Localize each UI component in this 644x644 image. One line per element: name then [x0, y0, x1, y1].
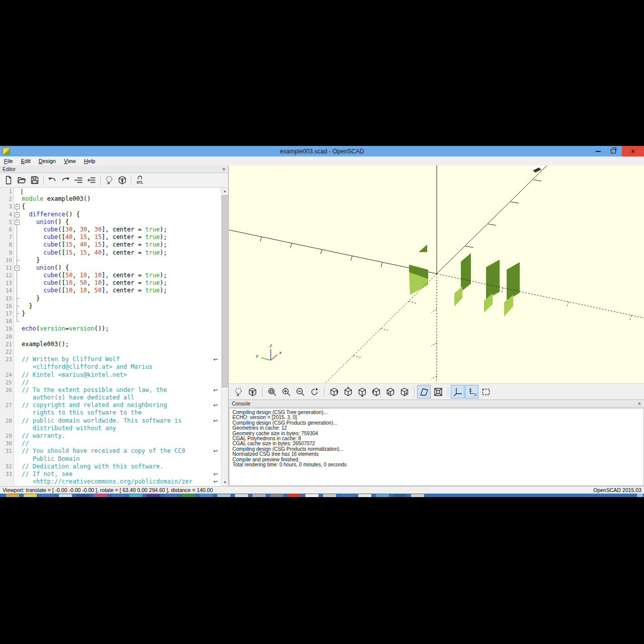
windows-taskbar[interactable] [0, 494, 644, 497]
3d-viewport[interactable]: zxy [229, 166, 644, 383]
taskbar-icon[interactable] [6, 494, 19, 497]
taskbar-icon[interactable] [129, 494, 142, 497]
fold-marker[interactable]: − [14, 203, 20, 210]
taskbar-icon[interactable] [165, 494, 178, 497]
code-line[interactable]: 1 [0, 188, 221, 195]
code-line[interactable]: 30// [0, 440, 221, 447]
menu-edit[interactable]: Edit [17, 156, 35, 166]
editor-close-icon[interactable]: × [222, 167, 225, 172]
taskbar-icon[interactable] [288, 494, 301, 497]
open-button[interactable] [15, 174, 28, 187]
code-line[interactable]: 33// If not, see↩ [0, 470, 221, 478]
code-line[interactable]: 10 } [0, 257, 221, 264]
render-button[interactable] [246, 385, 259, 398]
code-line[interactable]: 13 cube([10, 50, 10], center = true); [0, 279, 221, 287]
preview-button[interactable]: » [103, 174, 116, 187]
code-line[interactable]: 11− union() { [0, 264, 221, 272]
scale-button[interactable]: 10 [465, 385, 478, 398]
view-bottom-button[interactable] [355, 385, 369, 398]
code-line[interactable]: 26// To the extent possible under law, t… [0, 386, 221, 394]
scroll-up-icon[interactable]: ▲ [221, 188, 228, 195]
taskbar-icon[interactable] [323, 494, 336, 497]
code-line[interactable]: 14 cube([10, 10, 50], center = true); [0, 287, 221, 294]
stl-button[interactable]: STL [133, 174, 146, 187]
taskbar-icon[interactable] [112, 494, 125, 497]
taskbar-icon[interactable] [41, 494, 54, 497]
taskbar-icon[interactable] [24, 494, 37, 497]
code-line[interactable]: 23// Written by Clifford Wolf↩ [0, 356, 221, 363]
taskbar-icon[interactable] [376, 494, 389, 497]
code-line[interactable]: 22 [0, 348, 221, 356]
edges-button[interactable] [479, 385, 493, 398]
title-bar[interactable]: example003.scad - OpenSCAD × [0, 146, 644, 156]
reset-button[interactable] [307, 385, 321, 398]
taskbar-icon[interactable] [200, 494, 213, 497]
editor-scrollbar[interactable]: ▲ ▼ [221, 188, 228, 486]
taskbar-icon[interactable] [253, 494, 266, 497]
redo-button[interactable] [59, 174, 72, 187]
view-right-button[interactable] [327, 385, 341, 398]
taskbar-icon[interactable] [147, 494, 160, 497]
taskbar-icon[interactable] [182, 494, 195, 497]
code-editor[interactable]: 12module example003()3−{4− difference() … [0, 188, 221, 486]
view-back-button[interactable] [397, 385, 411, 398]
code-line[interactable]: author(s) have dedicated all [0, 394, 221, 401]
taskbar-icon[interactable] [393, 494, 407, 497]
menu-file[interactable]: File [0, 156, 17, 166]
taskbar-icon[interactable] [59, 494, 72, 497]
code-line[interactable]: 15 } [0, 295, 221, 302]
taskbar-icon[interactable] [270, 494, 283, 497]
restore-button[interactable] [606, 146, 621, 156]
code-line[interactable]: Public Domain [0, 455, 221, 463]
view-top-button[interactable] [341, 385, 355, 398]
code-line[interactable]: 4− difference() { [0, 211, 221, 218]
unindent-button[interactable] [72, 174, 85, 187]
undo-button[interactable] [46, 174, 59, 187]
taskbar-icon[interactable] [411, 494, 424, 497]
code-line[interactable]: <http://creativecommons.org/publicdomain… [0, 478, 221, 486]
fold-marker[interactable]: − [14, 211, 20, 218]
code-line[interactable]: 3−{ [0, 203, 221, 210]
render-button[interactable] [116, 174, 129, 187]
code-line[interactable]: 24// Kintel <marius@kintel.net> [0, 371, 221, 379]
code-line[interactable]: rights to this software to the [0, 409, 221, 417]
menu-help[interactable]: Help [80, 156, 100, 166]
fold-marker[interactable]: − [14, 218, 20, 226]
menu-view[interactable]: View [60, 156, 80, 166]
code-line[interactable]: <clifford@clifford.at> and Marius [0, 363, 221, 371]
code-line[interactable]: 16 } [0, 302, 221, 310]
code-line[interactable]: 31// You should have received a copy of … [0, 447, 221, 455]
zoomall-button[interactable] [265, 385, 279, 398]
view-left-button[interactable] [369, 385, 383, 398]
code-line[interactable]: 12 cube([50, 10, 10], center = true); [0, 272, 221, 279]
code-line[interactable]: 2module example003() [0, 195, 221, 203]
code-line[interactable]: 20 [0, 333, 221, 341]
taskbar-icon[interactable] [94, 494, 107, 497]
code-line[interactable]: 19echo(version=version()); [0, 325, 221, 333]
code-line[interactable]: 5− union() { [0, 218, 221, 226]
fold-marker[interactable]: − [14, 264, 20, 272]
console-dock-header[interactable]: Console × [229, 399, 644, 408]
zoomout-button[interactable] [293, 385, 307, 398]
taskbar-icon[interactable] [217, 494, 230, 497]
new-button[interactable] [2, 174, 15, 187]
code-line[interactable]: 29// warranty. [0, 432, 221, 440]
editor-dock-header[interactable]: Editor × [0, 166, 228, 173]
taskbar-icon[interactable] [76, 494, 90, 497]
minimize-button[interactable] [591, 146, 606, 156]
zoomin-button[interactable] [279, 385, 293, 398]
code-line[interactable]: 28// public domain worldwide. This softw… [0, 417, 221, 425]
code-line[interactable]: 17} [0, 310, 221, 317]
console-close-icon[interactable]: × [638, 401, 641, 406]
code-line[interactable]: 18 [0, 317, 221, 325]
show-desktop-button[interactable] [637, 494, 643, 497]
code-line[interactable]: 9 cube([15, 15, 40], center = true); [0, 249, 221, 257]
perspective-button[interactable] [417, 385, 431, 398]
taskbar-icon[interactable] [235, 494, 248, 497]
taskbar-icon[interactable] [305, 494, 318, 497]
view-front-button[interactable] [383, 385, 397, 398]
menu-design[interactable]: Design [35, 156, 60, 166]
code-line[interactable]: 21example003(); [0, 341, 221, 348]
save-button[interactable] [28, 174, 41, 187]
indent-button[interactable] [85, 174, 98, 187]
